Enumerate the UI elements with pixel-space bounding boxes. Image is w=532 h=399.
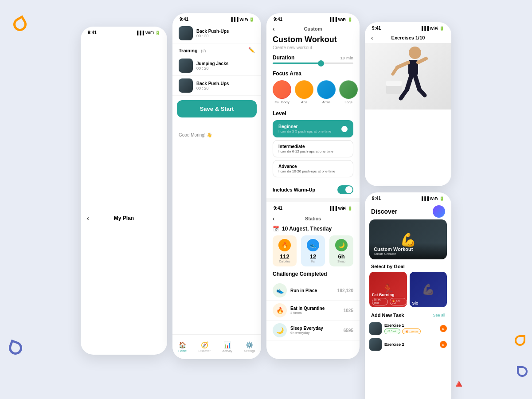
back-statics[interactable]: ‹: [273, 215, 275, 222]
status-bar-3: 9:41 ▐▐▐ WiFi 🔋: [266, 13, 360, 23]
eat-icon: 🔥: [273, 303, 287, 317]
level-beginner[interactable]: Beginner I can do 3-5 push-ups at one ti…: [273, 120, 353, 137]
nav-settings[interactable]: ⚙️ Settings: [244, 341, 255, 352]
challenge-sleep: 🌙 Sleep Everyday 6h everyday 6595: [266, 321, 360, 340]
ex-img-bp: [179, 78, 193, 93]
settings-icon: ⚙️: [246, 341, 253, 348]
status-bar-1: 9:41 ▐▐▐ WiFi 🔋: [81, 27, 167, 37]
nav-activity[interactable]: 📊 Activity: [223, 341, 232, 352]
status-icons-2: ▐▐▐ WiFi 🔋: [230, 17, 254, 22]
discover-avatar: [433, 205, 445, 218]
duration-slider[interactable]: [273, 63, 353, 64]
focus-full-body[interactable]: Full Body: [273, 80, 291, 104]
stats-circles: 🔥 112 Calories 👟 12 Ks 🌙 6h Sleep: [266, 235, 360, 271]
status-bar-3b: 9:41 ▐▐▐ WiFi 🔋: [266, 202, 360, 212]
duration-row: Duration 10 min: [266, 55, 360, 63]
select-goal-label: Select by Goal: [365, 264, 451, 272]
focus-legs[interactable]: Legs: [339, 80, 358, 104]
run-info: Run in Place: [290, 288, 334, 293]
beginner-desc: I can do 3-5 push-ups at one time: [278, 129, 331, 133]
goal-img-row: 🏃 Fat Burning ⏱ 35 min 🔥 120 cal 💪 Six: [365, 272, 451, 311]
add-task-img-1: [369, 322, 382, 335]
run-val: 192,120: [337, 288, 353, 293]
level-options: Beginner I can do 3-5 push-ups at one ti…: [266, 120, 360, 182]
svg-point-6: [340, 81, 357, 98]
status-time-1: 9:41: [88, 30, 97, 35]
arms-label: Arms: [322, 100, 331, 104]
fat-burning-card[interactable]: 🏃 Fat Burning ⏱ 35 min 🔥 120 cal: [369, 272, 407, 307]
discover-card-overlay: Custom Workout Smart Creator: [369, 243, 447, 259]
discover-card-sub: Smart Creator: [374, 252, 442, 256]
legs-img: [339, 80, 358, 99]
level-intermediate[interactable]: Intermediate I can do 6-12 push-ups at o…: [273, 140, 353, 157]
phone-discover: 9:41 ▐▐▐ WiFi 🔋 Discover 💪 Custom Workou…: [365, 192, 451, 399]
sleep-ch-icon: 🌙: [273, 323, 287, 337]
phone-my-plan: 9:41 ▐▐▐ WiFi 🔋 ‹ My Plan Daily Plan Sta…: [81, 27, 167, 355]
back-custom[interactable]: ‹: [273, 25, 275, 32]
svg-point-3: [273, 81, 291, 98]
ex-name-bp: Back Push-Ups: [196, 81, 229, 86]
save-start-button[interactable]: Save & Start: [177, 100, 257, 117]
add-task-name-2: Exercise 2: [384, 342, 437, 347]
status-bar-4b: 9:41 ▐▐▐ WiFi 🔋: [365, 192, 451, 203]
status-time-2: 9:41: [180, 17, 188, 22]
advance-info: Advance I can do 10-20 push-ups at one t…: [278, 164, 335, 173]
sleep-circle-val: 6h: [332, 253, 351, 260]
svg-point-5: [317, 81, 335, 98]
status-bar-4: 9:41 ▐▐▐ WiFi 🔋: [365, 22, 451, 32]
training-count: (2): [201, 49, 206, 53]
back-exercises[interactable]: ‹: [371, 34, 373, 41]
cal-circle-icon: 🔥: [278, 239, 291, 251]
advance-desc: I can do 10-20 push-ups at one time: [278, 169, 335, 173]
warmup-row: Includes Warm-Up: [266, 182, 360, 198]
level-advance[interactable]: Advance I can do 10-20 push-ups at one t…: [273, 160, 353, 177]
status-time-4: 9:41: [372, 26, 381, 31]
status-icons-3: ▐▐▐ WiFi 🔋: [329, 17, 352, 22]
svg-line-13: [401, 90, 407, 98]
six-card-2[interactable]: 💪 Six: [410, 272, 447, 307]
add-task1-cal: 🔥 120 cal: [402, 329, 421, 334]
intermediate-name: Intermediate: [278, 144, 333, 149]
custom-subtitle: Create new workout: [266, 45, 360, 55]
warmup-toggle[interactable]: [337, 185, 353, 194]
add-task1-play[interactable]: ▶: [440, 325, 447, 332]
advance-name: Advance: [278, 164, 335, 169]
duration-label: Duration: [273, 55, 294, 61]
nav-home[interactable]: 🏠 Home: [178, 341, 187, 352]
challenge-eat: 🔥 Eat in Qurantine 3 times 1025: [266, 301, 360, 321]
exercise-back-pushups: Back Push-Ups 00 : 20: [172, 76, 261, 96]
ex-name-top: Back Push-Ups: [196, 29, 229, 34]
add-task2-play[interactable]: ▶: [440, 341, 447, 348]
six-label-2: Six: [412, 301, 419, 305]
svg-line-12: [407, 75, 411, 90]
phone-sami: 9:41 ▐▐▐ WiFi 🔋 Back Push-Ups 00 : 20 Tr…: [172, 13, 261, 359]
back-button-1[interactable]: ‹: [87, 215, 89, 222]
status-time-3b: 9:41: [274, 206, 282, 211]
calories-circle: 🔥 112 Calories: [273, 235, 297, 266]
eat-name: Eat in Qurantine: [290, 306, 340, 311]
calendar-icon: 📅: [273, 226, 279, 232]
nav-discover[interactable]: 🧭 Discover: [199, 341, 211, 352]
cal-circle-val: 112: [275, 253, 294, 260]
beginner-info: Beginner I can do 3-5 push-ups at one ti…: [278, 124, 331, 133]
see-all-tasks-2[interactable]: See all: [433, 313, 445, 317]
edit-icon[interactable]: ✏️: [248, 47, 255, 53]
svg-line-11: [418, 59, 426, 63]
home-icon: 🏠: [179, 341, 186, 348]
beginner-name: Beginner: [278, 124, 331, 129]
sleep-ch-name: Sleep Everyday: [290, 326, 340, 331]
focus-abs[interactable]: Abs: [295, 80, 313, 104]
discover-main-card[interactable]: 💪 Custom Workout Smart Creator: [369, 219, 447, 259]
ex-img-top: [179, 26, 193, 40]
challenge-title: Challenge Completed: [266, 271, 360, 281]
exercises-header: ‹ Exercises 1/10: [365, 32, 451, 43]
km-circle: 👟 12 Ks: [301, 235, 325, 266]
add-task-2: Exercise 2 ▶: [365, 336, 451, 352]
sleep-ch-sub: 6h everyday: [290, 331, 340, 335]
slider-thumb[interactable]: [318, 60, 324, 66]
discover-icon: 🧭: [201, 341, 208, 348]
focus-arms[interactable]: Arms: [317, 80, 336, 104]
eat-info: Eat in Qurantine 3 times: [290, 306, 340, 315]
intermediate-info: Intermediate I can do 6-12 push-ups at o…: [278, 144, 333, 153]
focus-label: Focus Area: [266, 70, 360, 80]
